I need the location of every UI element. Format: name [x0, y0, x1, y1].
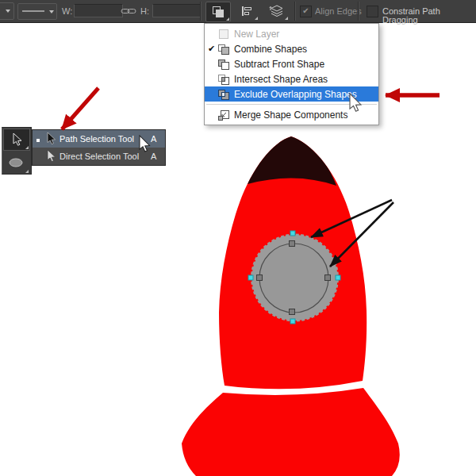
path-arrangement-button[interactable] [263, 2, 289, 21]
anchor-handle-cyan[interactable] [248, 275, 253, 280]
menu-item-new-layer[interactable]: New Layer [205, 26, 378, 41]
new-layer-icon [217, 29, 230, 40]
flyout-indicator-icon [25, 143, 29, 149]
path-alignment-button[interactable] [235, 2, 259, 21]
annotation-arrow-black [330, 202, 393, 267]
check-icon: ✔ [206, 44, 217, 54]
check-icon: ✔ [302, 6, 309, 15]
stroke-style-dropdown[interactable] [17, 3, 57, 20]
align-edges-label: Align Edges [315, 7, 362, 16]
menu-item-label: Combine Shapes [234, 44, 307, 55]
intersect-shape-areas-icon [217, 74, 230, 85]
rocket-tail-shape[interactable] [182, 388, 400, 476]
flyout-indicator-icon [285, 13, 288, 20]
menu-item-label: Exclude Overlapping Shapes [234, 89, 357, 100]
menu-item-intersect-shape-areas[interactable]: Intersect Shape Areas [205, 71, 378, 86]
active-tool-indicator [33, 134, 44, 144]
tool-shortcut: A [151, 134, 165, 144]
rocket-nose-cone-shape[interactable] [248, 135, 336, 186]
menu-item-combine-shapes[interactable]: ✔ Combine Shapes [205, 41, 378, 56]
flyout-item-label: Path Selection Tool [60, 134, 151, 144]
stroke-preview-line-icon [22, 10, 44, 12]
rocket-body-shape[interactable] [219, 136, 367, 389]
porthole-scalloped-edge [251, 234, 339, 322]
dropdown-arrow-icon [6, 10, 10, 13]
constrain-path-dragging-label: Constrain Path Dragging [382, 7, 476, 25]
anchor-handle-gray[interactable] [290, 309, 295, 315]
photoshop-workspace: W: H: [0, 0, 476, 476]
path-operations-menu: New Layer ✔ Combine Shapes Subtract Fron… [204, 23, 379, 125]
path-arrangement-icon [269, 5, 283, 17]
flyout-indicator-icon [255, 13, 258, 20]
anchor-handle-gray[interactable] [325, 275, 331, 281]
separator [358, 2, 359, 21]
link-dimensions-icon[interactable] [121, 6, 136, 17]
porthole-inner-path-circle[interactable] [259, 244, 328, 313]
width-label: W: [62, 7, 72, 16]
menu-separator [206, 104, 377, 105]
exclude-overlapping-shapes-icon [217, 89, 230, 100]
anchor-handle-cyan[interactable] [290, 319, 295, 324]
path-selection-tool-button[interactable] [3, 129, 30, 151]
ellipse-tool-icon [7, 157, 25, 168]
flyout-item-label: Direct Selection Tool [60, 152, 151, 161]
menu-item-subtract-front-shape[interactable]: Subtract Front Shape [205, 56, 378, 71]
direct-selection-tool-icon [44, 149, 60, 164]
ellipse-tool-button[interactable] [2, 152, 29, 174]
flyout-item-direct-selection-tool[interactable]: Direct Selection Tool A [33, 148, 165, 165]
path-selection-tool-icon [10, 132, 23, 147]
path-operations-button[interactable] [205, 2, 231, 22]
height-field[interactable] [152, 4, 202, 17]
width-field[interactable] [74, 4, 123, 17]
anchor-handle-gray[interactable] [290, 241, 295, 247]
height-label: H: [140, 7, 149, 16]
annotation-arrow-black [311, 200, 392, 237]
tool-preset-dropdown[interactable] [0, 2, 14, 20]
selection-tool-flyout-menu: Path Selection Tool A Direct Selection T… [32, 129, 166, 166]
separator [294, 2, 296, 21]
menu-item-label: Subtract Front Shape [234, 59, 324, 70]
anchor-handle-gray[interactable] [257, 275, 263, 281]
align-edges-checkbox[interactable]: ✔ [300, 6, 312, 17]
flyout-item-path-selection-tool[interactable]: Path Selection Tool A [33, 130, 165, 148]
subtract-front-shape-icon [217, 59, 230, 70]
menu-item-label: New Layer [234, 29, 279, 40]
path-operations-icon [212, 6, 225, 18]
menu-item-exclude-overlapping-shapes[interactable]: Exclude Overlapping Shapes [205, 86, 378, 102]
tool-shortcut: A [151, 152, 165, 161]
menu-item-merge-shape-components[interactable]: Merge Shape Components [205, 107, 378, 122]
merge-shape-components-icon [217, 109, 230, 121]
menu-item-label: Merge Shape Components [234, 109, 347, 121]
anchor-handle-cyan[interactable] [290, 231, 295, 236]
porthole-outer-circle[interactable] [251, 234, 339, 322]
dropdown-arrow-icon [49, 10, 54, 13]
path-selection-tool-icon [44, 132, 60, 147]
menu-item-label: Intersect Shape Areas [234, 74, 328, 85]
constrain-path-dragging-checkbox[interactable] [367, 6, 378, 17]
flyout-indicator-icon [226, 14, 229, 21]
path-alignment-icon [240, 5, 253, 17]
combine-shapes-icon [217, 44, 230, 55]
flyout-indicator-icon [25, 167, 29, 173]
separator [200, 2, 202, 21]
toolbox-strip [2, 127, 32, 175]
annotation-arrow-red-tool [62, 88, 98, 129]
options-bar: W: H: [0, 0, 476, 23]
anchor-handle-cyan[interactable] [336, 275, 340, 280]
